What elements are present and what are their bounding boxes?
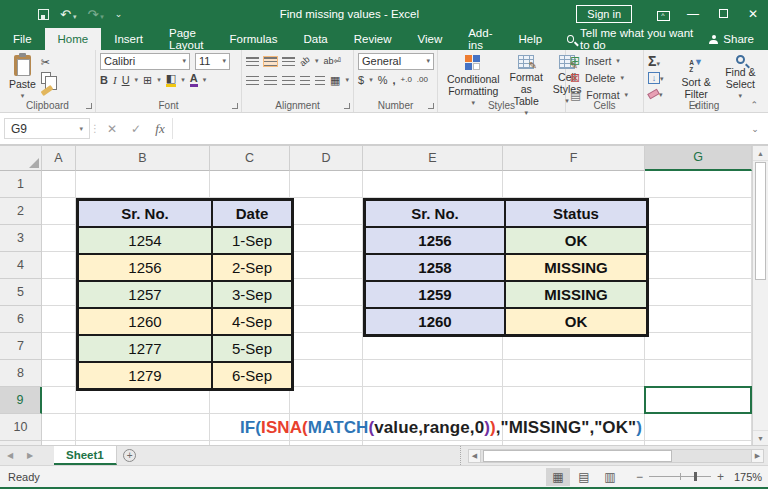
cell-E6[interactable]	[363, 306, 503, 333]
normal-view-icon[interactable]: ▦	[546, 468, 570, 486]
align-top-icon[interactable]	[246, 57, 259, 66]
cell-A2[interactable]	[42, 198, 76, 225]
row-header-11[interactable]: 11	[0, 441, 42, 445]
underline-button[interactable]: U	[122, 75, 130, 86]
italic-button[interactable]: I	[113, 75, 117, 86]
formula-bar-splitter[interactable]: ⋮	[90, 123, 100, 134]
column-header-G[interactable]: G	[645, 146, 752, 171]
zoom-slider-handle[interactable]	[694, 472, 697, 481]
cell-C6[interactable]	[210, 306, 290, 333]
cell-A10[interactable]	[42, 414, 76, 441]
cell-E4[interactable]	[363, 252, 503, 279]
cell-A8[interactable]	[42, 360, 76, 387]
cell-G6[interactable]	[645, 306, 752, 333]
maximize-button[interactable]	[708, 7, 738, 21]
cell-D6[interactable]	[290, 306, 363, 333]
number-dialog-launcher[interactable]	[428, 103, 434, 109]
cell-F7[interactable]	[503, 333, 645, 360]
cell-A5[interactable]	[42, 279, 76, 306]
cell-G1[interactable]	[645, 171, 752, 198]
cell-A3[interactable]	[42, 225, 76, 252]
cell-G11[interactable]	[645, 441, 752, 445]
cell-F9[interactable]	[503, 387, 645, 414]
column-header-E[interactable]: E	[363, 146, 503, 171]
redo-caret-icon[interactable]: ▾	[100, 13, 104, 20]
cancel-entry-icon[interactable]: ✕	[100, 122, 124, 136]
cell-C7[interactable]	[210, 333, 290, 360]
cell-C5[interactable]	[210, 279, 290, 306]
cell-D10[interactable]	[290, 414, 363, 441]
row-header-7[interactable]: 7	[0, 333, 42, 360]
column-header-F[interactable]: F	[503, 146, 645, 171]
cell-A11[interactable]	[42, 441, 76, 445]
new-sheet-button[interactable]: +	[117, 446, 143, 465]
horizontal-scroll-track[interactable]	[481, 449, 751, 463]
scroll-down-icon[interactable]: ▼	[753, 430, 768, 445]
format-painter-button[interactable]	[41, 85, 54, 96]
cell-B10[interactable]	[76, 414, 210, 441]
row-header-2[interactable]: 2	[0, 198, 42, 225]
cell-F1[interactable]	[503, 171, 645, 198]
tab-review[interactable]: Review	[341, 28, 405, 50]
cell-D8[interactable]	[290, 360, 363, 387]
cell-E9[interactable]	[363, 387, 503, 414]
name-box[interactable]: G9▾	[4, 118, 90, 139]
cell-F6[interactable]	[503, 306, 645, 333]
cell-E5[interactable]	[363, 279, 503, 306]
column-header-C[interactable]: C	[210, 146, 290, 171]
cell-C10[interactable]	[210, 414, 290, 441]
align-bottom-icon[interactable]	[282, 57, 295, 66]
sheet-tab-active[interactable]: Sheet1	[54, 446, 117, 465]
fill-color-caret-icon[interactable]: ▾	[181, 76, 185, 84]
cell-C8[interactable]	[210, 360, 290, 387]
tab-home[interactable]: Home	[45, 28, 102, 50]
merge-center-button[interactable]: ▦	[330, 75, 340, 86]
cell-D5[interactable]	[290, 279, 363, 306]
cell-E11[interactable]	[363, 441, 503, 445]
cell-D3[interactable]	[290, 225, 363, 252]
vertical-scroll-track[interactable]	[753, 281, 768, 430]
tell-me-search[interactable]: Tell me what you want to do	[555, 28, 709, 50]
scroll-up-icon[interactable]: ▲	[753, 146, 768, 161]
formula-input[interactable]	[172, 118, 746, 139]
cell-C2[interactable]	[210, 198, 290, 225]
align-right-icon[interactable]	[282, 76, 295, 85]
prev-sheet-icon[interactable]: ◀	[0, 446, 20, 465]
cell-G10[interactable]	[645, 414, 752, 441]
zoom-level[interactable]: 175%	[734, 471, 768, 483]
fill-color-button[interactable]: ◧	[166, 73, 176, 87]
insert-cells-button[interactable]: ⊞Insert▾	[570, 53, 641, 69]
row-header-4[interactable]: 4	[0, 252, 42, 279]
align-left-icon[interactable]	[246, 76, 259, 85]
expand-formula-bar-icon[interactable]: ⌄	[746, 124, 764, 134]
cell-B6[interactable]	[76, 306, 210, 333]
autosum-button[interactable]: Σ▾	[648, 54, 673, 68]
delete-cells-button[interactable]: ⊠Delete▾	[570, 70, 641, 86]
cell-B3[interactable]	[76, 225, 210, 252]
cell-G5[interactable]	[645, 279, 752, 306]
cell-C3[interactable]	[210, 225, 290, 252]
column-header-A[interactable]: A	[42, 146, 76, 171]
cell-G9[interactable]	[645, 387, 752, 414]
wrap-text-button[interactable]: ab⏎	[324, 57, 342, 66]
horizontal-scrollbar[interactable]: ◀ ▶	[468, 446, 768, 465]
cell-B4[interactable]	[76, 252, 210, 279]
font-color-caret-icon[interactable]: ▾	[203, 76, 207, 84]
cell-F2[interactable]	[503, 198, 645, 225]
cell-C9[interactable]	[210, 387, 290, 414]
currency-button[interactable]: $	[358, 75, 364, 86]
number-format-combo[interactable]: General▾	[358, 53, 434, 70]
cell-G2[interactable]	[645, 198, 752, 225]
cell-G3[interactable]	[645, 225, 752, 252]
copy-button[interactable]	[41, 72, 51, 84]
borders-button[interactable]: ⊞	[143, 75, 152, 86]
tab-page-layout[interactable]: Page Layout	[156, 28, 217, 50]
cell-G7[interactable]	[645, 333, 752, 360]
cell-B11[interactable]	[76, 441, 210, 445]
tab-formulas[interactable]: Formulas	[217, 28, 291, 50]
bold-button[interactable]: B	[100, 75, 108, 86]
cell-G4[interactable]	[645, 252, 752, 279]
cell-B1[interactable]	[76, 171, 210, 198]
redo-button[interactable]: ↷▾	[87, 8, 103, 21]
confirm-entry-icon[interactable]: ✓	[124, 122, 148, 136]
